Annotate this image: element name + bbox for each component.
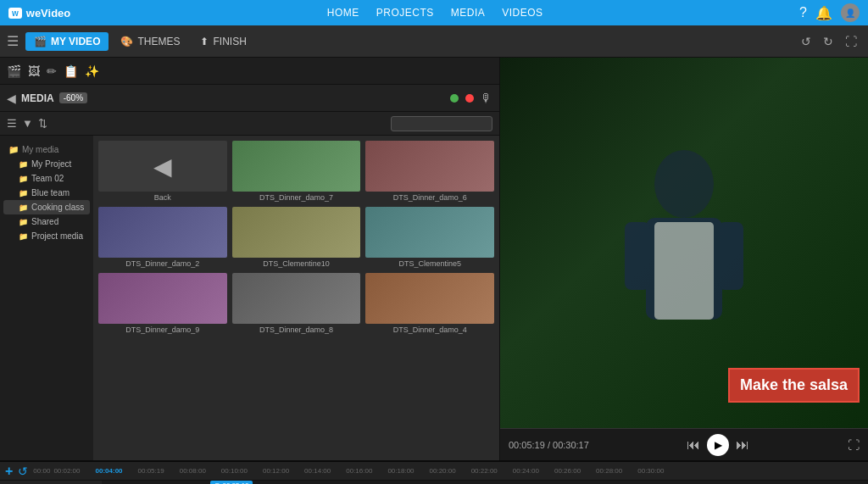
themes-icon: 🎨 — [120, 36, 133, 47]
avatar[interactable]: 👤 — [841, 3, 860, 22]
ruler-time-4: 00:10:00 — [221, 467, 248, 475]
redo-button[interactable]: ↻ — [819, 33, 837, 50]
back-arrow[interactable]: ◀ — [7, 92, 16, 105]
media-label-2: DTS_Dinner_damo_2 — [98, 259, 227, 268]
chef-figure — [599, 142, 769, 345]
media-header: ◀ MEDIA -60% 🎙 — [0, 85, 499, 112]
nav-media[interactable]: MEDIA — [451, 7, 486, 19]
main-nav: HOME PROJECTS MEDIA VIDEOS — [87, 7, 782, 19]
menu-icon[interactable]: ☰ — [7, 33, 19, 49]
folder-icon: 📁 — [19, 189, 28, 197]
ruler-time-11: 00:24:00 — [513, 467, 539, 475]
media-item-6[interactable]: DTS_Dinner_damo_8 — [232, 273, 361, 334]
rewind-button[interactable]: ⏮ — [687, 437, 700, 453]
timeline-undo[interactable]: ↺ — [18, 465, 28, 478]
project-name-button[interactable]: 🎬 MY VIDEO — [25, 32, 108, 51]
help-button[interactable]: ? — [799, 5, 807, 20]
folder-cooking-class[interactable]: 📁 Cooking class — [3, 200, 90, 214]
svg-point-0 — [654, 150, 714, 218]
tracks-content: ▼ 00:05:19 Text Text Text Text Text Text — [102, 481, 868, 484]
top-nav-right: ? 🔔 👤 — [799, 3, 860, 22]
total-time: 00:30:17 — [553, 440, 589, 450]
video-icon[interactable]: 🎬 — [7, 64, 21, 78]
add-track-button[interactable]: + — [5, 464, 13, 479]
top-navigation: w weVideo HOME PROJECTS MEDIA VIDEOS ? 🔔… — [0, 0, 868, 25]
media-thumb-6 — [232, 273, 361, 324]
folder-team-02[interactable]: 📁 Team 02 — [3, 171, 90, 186]
logo-text: weVideo — [26, 7, 71, 19]
media-content: 📁 My media 📁 My Project 📁 Team 02 📁 Blue… — [0, 136, 499, 460]
media-label-4: DTS_Clementine5 — [365, 259, 494, 268]
project-title: MY VIDEO — [51, 36, 100, 47]
folder-icon: 📁 — [19, 218, 28, 226]
time-display: 00:05:19 / 00:30:17 — [509, 440, 589, 450]
nav-projects[interactable]: PROJECTS — [376, 7, 434, 19]
preview-controls: 00:05:19 / 00:30:17 ⏮ ▶ ⏭ ⛶ — [500, 428, 868, 460]
finish-button[interactable]: ⬆ FINISH — [192, 32, 254, 51]
status-green-indicator — [450, 94, 459, 103]
folder-my-project[interactable]: 📁 My Project — [3, 157, 90, 171]
ruler-time-7: 00:16:00 — [346, 467, 372, 475]
media-thumb-7 — [365, 273, 494, 324]
media-item-4[interactable]: DTS_Clementine5 — [365, 207, 494, 268]
timeline-area: + ↺ 00:00 00:02:00 00:04:00 00:05:19 00:… — [0, 460, 868, 484]
media-item-0[interactable]: DTS_Dinner_damo_7 — [232, 141, 361, 202]
ruler-time-2: 00:04:00 — [96, 467, 123, 475]
timeline-body: Video 4 ▼ ☰ Video 3 ▼ ☰ Video 2 ▼ ☰ Vide… — [0, 481, 868, 484]
folder-blue-team[interactable]: 📁 Blue team — [3, 186, 90, 200]
my-media-label: My media — [22, 145, 58, 154]
themes-button[interactable]: 🎨 THEMES — [112, 32, 188, 51]
filter-icon[interactable]: ▼ — [22, 117, 33, 130]
media-label-6: DTS_Dinner_damo_8 — [232, 325, 361, 334]
overlay-text-box: Make the salsa — [728, 368, 860, 403]
microphone-icon[interactable]: 🎙 — [481, 92, 492, 105]
overlay-text: Make the salsa — [740, 376, 848, 393]
media-percentage[interactable]: -60% — [59, 92, 87, 103]
media-item-3[interactable]: DTS_Clementine10 — [232, 207, 361, 268]
sort-icon[interactable]: ⇅ — [38, 117, 47, 130]
edit-icon[interactable]: ✏ — [47, 64, 57, 78]
search-input[interactable] — [391, 116, 492, 131]
main-area: 🎬 🖼 ✏ 📋 ✨ ◀ MEDIA -60% 🎙 ☰ ▼ ⇅ — [0, 58, 868, 460]
list-view-icon[interactable]: ☰ — [7, 117, 17, 130]
undo-button[interactable]: ↺ — [797, 33, 815, 50]
fullscreen-button[interactable]: ⛶ — [848, 438, 860, 452]
themes-label: THEMES — [137, 36, 180, 47]
media-item-7[interactable]: DTS_Dinner_damo_4 — [365, 273, 494, 334]
time-ruler: 00:00 00:02:00 00:04:00 00:05:19 00:08:0… — [33, 467, 863, 475]
nav-home[interactable]: HOME — [327, 7, 359, 19]
clip-icon[interactable]: 📋 — [64, 64, 78, 78]
media-label-1: DTS_Dinner_damo_6 — [365, 193, 494, 202]
logo-icon: w — [8, 8, 22, 19]
image-icon[interactable]: 🖼 — [28, 64, 40, 78]
folder-project-media[interactable]: 📁 Project media — [3, 229, 90, 243]
ruler-time-1: 00:02:00 — [53, 467, 80, 475]
folder-shared[interactable]: 📁 Shared — [3, 214, 90, 229]
folder-icon: 📁 — [19, 203, 28, 212]
media-thumb-1 — [365, 141, 494, 192]
nav-videos[interactable]: VIDEOS — [502, 7, 542, 19]
ruler-time-0: 00:00 — [33, 467, 50, 475]
effects-icon[interactable]: ✨ — [85, 64, 99, 78]
play-button[interactable]: ▶ — [707, 434, 729, 456]
notification-button[interactable]: 🔔 — [815, 5, 832, 21]
logo[interactable]: w weVideo — [8, 7, 70, 19]
folders-panel: 📁 My media 📁 My Project 📁 Team 02 📁 Blue… — [0, 136, 93, 460]
folder-icon: 📁 — [19, 160, 28, 169]
back-button-item[interactable]: ◀ Back — [98, 141, 227, 202]
my-media-group[interactable]: 📁 My media — [3, 142, 90, 157]
media-thumb-3 — [232, 207, 361, 258]
fast-forward-button[interactable]: ⏭ — [736, 437, 749, 453]
media-item-2[interactable]: DTS_Dinner_damo_2 — [98, 207, 227, 268]
ruler-time-9: 00:20:00 — [430, 467, 456, 475]
preview-panel: Make the salsa 00:05:19 / 00:30:17 ⏮ ▶ ⏭… — [500, 58, 868, 460]
media-item-5[interactable]: DTS_Dinner_damo_9 — [98, 273, 227, 334]
folder-group-icon: 📁 — [8, 145, 19, 154]
playhead: ▼ 00:05:19 — [231, 481, 232, 484]
ruler-time-14: 00:30:00 — [637, 467, 664, 475]
fullscreen-toggle[interactable]: ⛶ — [841, 33, 861, 50]
media-header-right: 🎙 — [450, 92, 492, 105]
ruler-time-8: 00:18:00 — [387, 467, 414, 475]
media-item-1[interactable]: DTS_Dinner_damo_6 — [365, 141, 494, 202]
play-controls: ⏮ ▶ ⏭ — [598, 434, 839, 456]
